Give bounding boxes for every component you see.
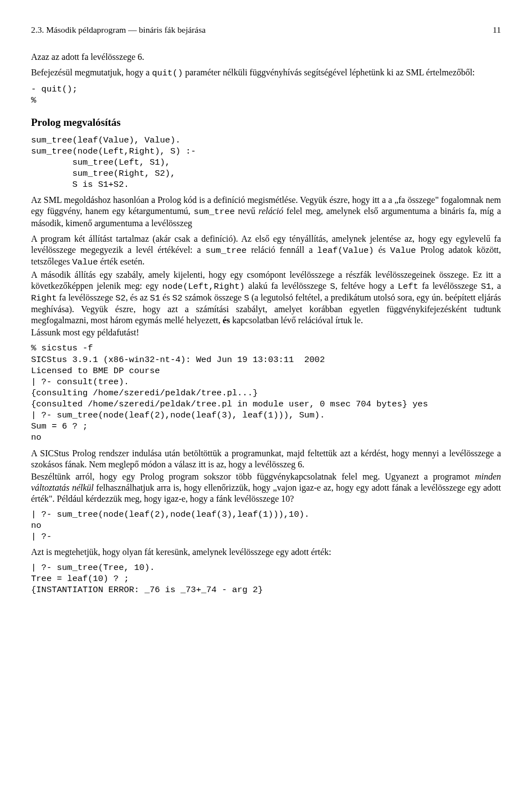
- inline-code: S1: [481, 282, 492, 292]
- paragraph-lets-run: Lássunk most egy példafutást!: [31, 327, 501, 338]
- inline-code: S1: [150, 293, 161, 303]
- text: fa levélösszege: [418, 281, 481, 291]
- inline-code: node(Left,Right): [162, 282, 245, 292]
- text: Beszéltünk arról, hogy egy Prolog progra…: [31, 472, 475, 481]
- inline-code: S: [330, 282, 335, 292]
- code-block-run2: | ?- sum_tree(node(leaf(2),node(leaf(3),…: [31, 509, 501, 542]
- inline-code: Value: [390, 246, 416, 256]
- code-block-run3: | ?- sum_tree(Tree, 10). Tree = leaf(10)…: [31, 562, 501, 595]
- paragraph-multi-use: Beszéltünk arról, hogy egy Prolog progra…: [31, 471, 501, 505]
- text: és: [374, 245, 390, 254]
- code-block-sumtree: sum_tree(leaf(Value), Value). sum_tree(n…: [31, 135, 501, 191]
- text: érték esetén.: [98, 257, 145, 266]
- code-block-run1: % sicstus -f SICStus 3.9.1 (x86-win32-nt…: [31, 343, 501, 443]
- code-block-quit: - quit(); %: [31, 84, 501, 106]
- heading-prolog: Prolog megvalósítás: [31, 116, 501, 129]
- text: reláció fennáll a: [247, 245, 317, 254]
- inline-code: sum_tree: [206, 246, 247, 256]
- paragraph-quit: Befejezésül megmutatjuk, hogy a quit() p…: [31, 67, 501, 79]
- text: és: [160, 293, 172, 302]
- inline-code: S: [244, 293, 249, 303]
- text: , feltéve hogy a: [335, 281, 398, 291]
- paragraph-sml-comparison: Az SML megoldáshoz hasonlóan a Prolog kó…: [31, 195, 501, 228]
- text: felhasználhatjuk arra is, hogy ellenőriz…: [31, 483, 501, 503]
- paragraph-second-clause: A második állítás egy szabály, amely kij…: [31, 269, 501, 327]
- header-section-number: 2.3.: [31, 25, 44, 34]
- paragraph-search-tree: Azt is megtehetjük, hogy olyan fát keres…: [31, 547, 501, 558]
- bold: és: [223, 315, 230, 325]
- paragraph-after-run1: A SICStus Prolog rendszer indulása után …: [31, 448, 501, 470]
- inline-code: leaf(Value): [317, 246, 374, 256]
- page-header: 2.3. Második példaprogram — bináris fák …: [31, 24, 501, 35]
- inline-code: sum_tree: [193, 207, 234, 217]
- text: , a: [491, 281, 501, 291]
- page-number: 11: [493, 24, 501, 35]
- inline-code: Left: [398, 282, 418, 292]
- text: kapcsolatban lévő relációval írtuk le.: [230, 315, 363, 325]
- paragraph-intro: Azaz az adott fa levélösszege 6.: [31, 52, 501, 63]
- header-section: 2.3. Második példaprogram — bináris fák …: [31, 24, 206, 35]
- text: fa levélösszege: [57, 293, 116, 302]
- inline-code: Value: [72, 257, 98, 267]
- text: nevű: [235, 206, 259, 216]
- text: , és az: [126, 293, 150, 302]
- text: számok összege: [182, 293, 244, 302]
- inline-code: S2: [115, 293, 126, 303]
- inline-code-quit: quit(): [152, 68, 183, 78]
- text: paraméter nélküli függvényhívás segítség…: [183, 68, 475, 77]
- text: alakú fa levélösszege: [245, 281, 330, 291]
- emphasis: reláció: [259, 206, 284, 216]
- text: Befejezésül megmutatjuk, hogy a: [31, 68, 152, 77]
- paragraph-two-clauses: A program két állítást tartalmaz (akár c…: [31, 233, 501, 268]
- inline-code: S2: [172, 293, 183, 303]
- header-section-title: Második példaprogram — bináris fák bejár…: [46, 25, 206, 34]
- inline-code: Right: [31, 293, 57, 303]
